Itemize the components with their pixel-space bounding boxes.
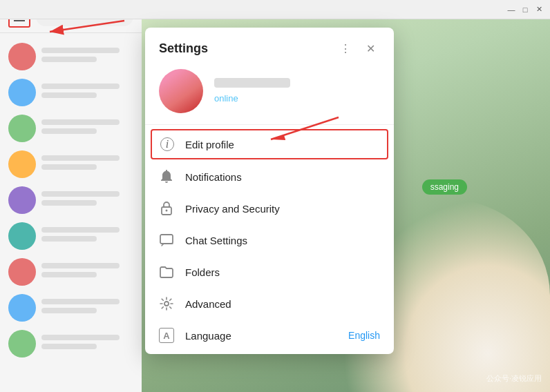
item-text bbox=[41, 191, 133, 209]
name-blur bbox=[41, 155, 120, 161]
msg-blur bbox=[41, 92, 97, 98]
menu-item-edit-profile[interactable]: i Edit profile bbox=[151, 129, 388, 159]
item-text bbox=[41, 84, 133, 101]
avatar bbox=[8, 186, 36, 214]
close-dialog-button[interactable]: ✕ bbox=[361, 39, 380, 58]
menu-item-notifications[interactable]: Notifications bbox=[145, 161, 394, 193]
menu-item-folders[interactable]: Folders bbox=[145, 256, 394, 288]
list-item bbox=[0, 39, 142, 75]
dialog-header: Settings ⋮ ✕ bbox=[145, 28, 394, 63]
folder-icon bbox=[159, 264, 174, 280]
name-blur bbox=[41, 263, 120, 268]
maximize-button[interactable]: □ bbox=[520, 4, 531, 15]
profile-info: online bbox=[214, 78, 380, 104]
item-text bbox=[41, 299, 133, 317]
watermark: 公众号·凌锐应用 bbox=[486, 373, 542, 384]
dialog-title: Settings bbox=[159, 41, 208, 56]
svg-rect-6 bbox=[160, 235, 173, 244]
close-button[interactable]: ✕ bbox=[533, 4, 544, 15]
privacy-security-label: Privacy and Security bbox=[185, 203, 380, 215]
item-text bbox=[41, 335, 133, 353]
list-item bbox=[0, 254, 142, 290]
hamburger-line-3 bbox=[14, 20, 25, 21]
profile-name bbox=[214, 78, 290, 88]
avatar bbox=[8, 115, 36, 142]
name-blur bbox=[41, 119, 120, 125]
avatar bbox=[8, 294, 36, 322]
sidebar: Search bbox=[0, 0, 142, 392]
msg-blur bbox=[41, 344, 97, 349]
avatar bbox=[8, 150, 36, 178]
list-item bbox=[0, 290, 142, 326]
menu-item-language[interactable]: A Language English bbox=[145, 320, 394, 351]
lock-icon bbox=[159, 201, 174, 216]
bell-icon bbox=[159, 169, 174, 184]
menu-item-privacy-security[interactable]: Privacy and Security bbox=[145, 193, 394, 224]
msg-blur bbox=[41, 200, 97, 206]
advanced-icon bbox=[159, 296, 174, 311]
avatar bbox=[8, 43, 36, 70]
info-icon: i bbox=[160, 137, 174, 151]
msg-blur bbox=[41, 236, 97, 242]
svg-point-7 bbox=[164, 302, 169, 306]
folders-label: Folders bbox=[185, 266, 380, 278]
svg-point-5 bbox=[166, 210, 168, 212]
msg-blur bbox=[41, 272, 97, 277]
avatar-image bbox=[159, 69, 203, 113]
language-icon: A bbox=[159, 328, 174, 343]
profile-avatar bbox=[159, 69, 203, 113]
avatar bbox=[8, 79, 36, 106]
list-item bbox=[0, 326, 142, 362]
menu-list: i Edit profile Notifications Privacy and… bbox=[145, 125, 394, 354]
msg-blur bbox=[41, 164, 97, 170]
msg-blur bbox=[41, 57, 97, 62]
edit-profile-label: Edit profile bbox=[185, 139, 379, 150]
dialog-header-actions: ⋮ ✕ bbox=[336, 39, 380, 58]
menu-item-chat-settings[interactable]: Chat Settings bbox=[145, 224, 394, 256]
name-blur bbox=[41, 299, 120, 304]
chat-badge: ssaging bbox=[422, 179, 467, 195]
list-item bbox=[0, 218, 142, 254]
window-chrome: — □ ✕ bbox=[0, 0, 550, 19]
more-options-button[interactable]: ⋮ bbox=[336, 39, 355, 58]
item-text bbox=[41, 263, 133, 281]
language-value: English bbox=[348, 330, 380, 341]
sidebar-items bbox=[0, 33, 142, 367]
advanced-label: Advanced bbox=[185, 298, 380, 310]
name-blur bbox=[41, 335, 120, 340]
avatar bbox=[8, 222, 36, 250]
language-label: Language bbox=[185, 330, 337, 342]
list-item bbox=[0, 75, 142, 110]
menu-item-advanced[interactable]: Advanced bbox=[145, 288, 394, 320]
avatar bbox=[8, 258, 36, 286]
list-item bbox=[0, 182, 142, 218]
chat-settings-label: Chat Settings bbox=[185, 235, 380, 246]
name-blur bbox=[41, 84, 120, 89]
list-item bbox=[0, 146, 142, 182]
notifications-label: Notifications bbox=[185, 171, 380, 183]
name-blur bbox=[41, 227, 120, 233]
avatar bbox=[8, 330, 36, 357]
settings-dialog: Settings ⋮ ✕ online i Edit profile bbox=[145, 28, 394, 354]
msg-blur bbox=[41, 128, 97, 134]
list-item bbox=[0, 110, 142, 146]
profile-status: online bbox=[214, 93, 238, 104]
item-text bbox=[41, 119, 133, 137]
name-blur bbox=[41, 48, 120, 53]
profile-section: online bbox=[145, 63, 394, 125]
item-text bbox=[41, 155, 133, 173]
item-text bbox=[41, 227, 133, 245]
minimize-button[interactable]: — bbox=[506, 4, 517, 15]
item-text bbox=[41, 48, 133, 66]
name-blur bbox=[41, 191, 120, 197]
chat-icon bbox=[159, 233, 174, 248]
msg-blur bbox=[41, 308, 97, 313]
